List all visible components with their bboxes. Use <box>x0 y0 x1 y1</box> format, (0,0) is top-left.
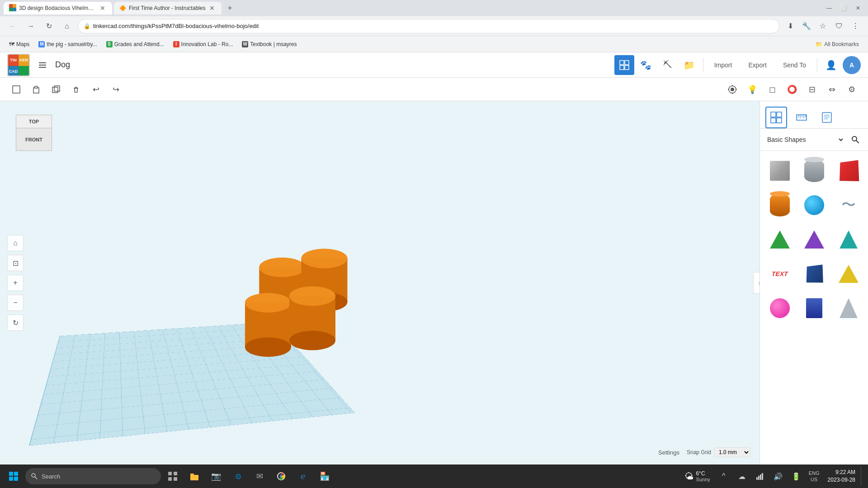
paste-button[interactable] <box>27 80 45 99</box>
tab-close-instructables[interactable]: ✕ <box>208 4 216 12</box>
hamburger-menu-button[interactable] <box>35 58 50 72</box>
all-bookmarks-button[interactable]: 📁 All Bookmarks <box>812 39 863 49</box>
extension-icon[interactable]: 🔧 <box>799 19 814 33</box>
tab-label-tinkercad: 3D design Bodacious Vihelmo-B... <box>19 5 96 11</box>
shape-pyramid-purple-item[interactable] <box>798 223 830 256</box>
download-icon[interactable]: ⬇ <box>783 19 797 33</box>
delete-button[interactable] <box>67 80 85 99</box>
battery-icon[interactable]: 🔋 <box>788 468 804 484</box>
panel-tab-notes[interactable] <box>816 107 838 128</box>
panel-tab-ruler[interactable] <box>791 107 812 128</box>
rotate-view-button[interactable]: ↻ <box>7 314 24 331</box>
shield-icon[interactable]: 🛡 <box>832 19 846 33</box>
mail-button[interactable]: ✉ <box>250 466 269 486</box>
export-button[interactable]: Export <box>741 58 774 72</box>
reload-button[interactable]: ↻ <box>42 19 56 33</box>
orientation-cube[interactable]: TOP FRONT <box>14 115 54 155</box>
chrome-button[interactable] <box>271 466 291 486</box>
shape-prism-teal-item[interactable] <box>832 223 865 256</box>
import-button[interactable]: Import <box>707 58 740 72</box>
tab-close-tinkercad[interactable]: ✕ <box>99 4 107 12</box>
shape-category-select[interactable]: Basic Shapes <box>765 136 844 144</box>
shape-text-red-item[interactable]: TEXT <box>764 258 796 290</box>
weather-widget[interactable]: 🌤 6°C Sunny <box>681 469 714 484</box>
zoom-out-button[interactable]: − <box>7 295 24 311</box>
box-tool-button[interactable] <box>7 80 25 99</box>
shape-cube-blue-item[interactable] <box>798 258 830 290</box>
shape-sphere-blue-item[interactable] <box>798 189 830 221</box>
minimize-button[interactable]: — <box>823 2 835 14</box>
edge-button[interactable]: ℯ <box>293 466 313 486</box>
settings-tool-button[interactable]: ⚙ <box>843 80 861 99</box>
shape-cylinder-orange-item[interactable] <box>764 189 796 221</box>
fit-view-button[interactable]: ⊡ <box>7 255 24 271</box>
search-shapes-button[interactable] <box>848 132 863 147</box>
favorites-icon[interactable]: ☆ <box>816 19 830 33</box>
align-tool-button[interactable]: ⊟ <box>803 80 821 99</box>
zoom-in-button[interactable]: + <box>7 275 24 291</box>
mirror-tool-button[interactable]: ⇔ <box>823 80 841 99</box>
store-button[interactable]: 🏪 <box>315 466 335 486</box>
paw-icon-button[interactable]: 🐾 <box>636 55 656 75</box>
tab-tinkercad[interactable]: 3D design Bodacious Vihelmo-B... ✕ <box>4 2 112 14</box>
grid-view-button[interactable] <box>614 55 634 75</box>
snap-grid-control[interactable]: Snap Grid 1.0 mm 0.5 mm 0.25 mm <box>687 447 750 457</box>
file-explorer-button[interactable] <box>184 466 204 486</box>
volume-icon[interactable]: 🔊 <box>770 468 786 484</box>
maximize-button[interactable]: ⬜ <box>837 2 850 14</box>
close-button[interactable]: ✕ <box>852 2 864 14</box>
bookmark-textbook[interactable]: W Textbook | msayres <box>238 39 300 49</box>
send-to-button[interactable]: Send To <box>776 58 813 72</box>
viewport[interactable]: TOP FRONT ⌂ ⊡ + − ↻ › <box>0 101 760 465</box>
bookmark-innovation[interactable]: I Innovation Lab - Ro... <box>170 39 237 49</box>
address-bar[interactable]: 🔒 tinkercad.com/things/kPssPtM7dBl-bodac… <box>78 19 779 33</box>
language-indicator[interactable]: ENGUS <box>806 469 822 484</box>
redo-button[interactable]: ↪ <box>107 80 125 99</box>
profile-avatar-button[interactable]: A <box>843 56 861 74</box>
forward-button[interactable]: → <box>24 19 38 33</box>
shape-cone-gray-item[interactable] <box>832 292 865 324</box>
shape-sphere-pink-item[interactable] <box>764 292 796 324</box>
show-desktop-button[interactable] <box>861 466 864 486</box>
undo-button[interactable]: ↩ <box>87 80 105 99</box>
taskbar-search[interactable]: Search <box>25 468 161 484</box>
media-player-button[interactable]: 📷 <box>206 466 226 486</box>
cylinder-gray-shape <box>804 160 824 182</box>
network-icon[interactable] <box>752 468 768 484</box>
system-clock[interactable]: 9:22 AM 2023-09-28 <box>824 467 859 486</box>
back-button[interactable]: ← <box>5 19 20 33</box>
user-icon-button[interactable]: 👤 <box>821 55 841 75</box>
bookmark-grades[interactable]: S Grades and Attend... <box>103 39 168 49</box>
bookmark-maps[interactable]: 🗺 Maps <box>5 39 33 49</box>
pickaxe-icon-button[interactable]: ⛏ <box>658 55 678 75</box>
shape-pyramid-green-item[interactable] <box>764 223 796 256</box>
tray-caret-button[interactable]: ^ <box>716 468 732 484</box>
light-tool-button[interactable]: 💡 <box>743 80 761 99</box>
shape-box-ghost[interactable] <box>764 155 796 187</box>
panel-tab-grid[interactable] <box>765 107 787 128</box>
duplicate-button[interactable] <box>47 80 65 99</box>
start-button[interactable] <box>4 466 24 486</box>
shape-box-blue-item[interactable] <box>798 292 830 324</box>
more-icon[interactable]: ⋮ <box>848 19 863 33</box>
hole-tool-button[interactable]: ⭕ <box>783 80 801 99</box>
shape-box-red[interactable] <box>832 155 865 187</box>
home-view-button[interactable]: ⌂ <box>7 235 24 251</box>
shape-tool-button[interactable]: ◻ <box>763 80 781 99</box>
shape-pyramid-yellow-item[interactable] <box>832 258 865 290</box>
home-button[interactable]: ⌂ <box>60 19 74 33</box>
snap-grid-select[interactable]: 1.0 mm 0.5 mm 0.25 mm <box>714 447 750 457</box>
new-tab-button[interactable]: + <box>223 2 236 14</box>
folder-icon-button[interactable]: 📁 <box>679 55 699 75</box>
cloud-icon[interactable]: ☁ <box>734 468 750 484</box>
tab-instructables[interactable]: 🔶 First Time Author - Instructables ✕ <box>114 2 222 14</box>
camera-tool-button[interactable] <box>723 80 741 99</box>
shape-cylinder-ghost[interactable] <box>798 155 830 187</box>
svg-rect-66 <box>174 477 177 481</box>
collapse-panel-button[interactable]: › <box>753 272 760 294</box>
tinkercad-logo[interactable]: TIN KER CAD <box>7 54 30 76</box>
task-view-button[interactable] <box>163 466 183 486</box>
bookmark-pig[interactable]: M the pig - samuelrby... <box>35 39 100 49</box>
shape-wavy-item[interactable]: 〜 <box>832 189 865 221</box>
dell-icon[interactable]: ⊙ <box>228 466 248 486</box>
